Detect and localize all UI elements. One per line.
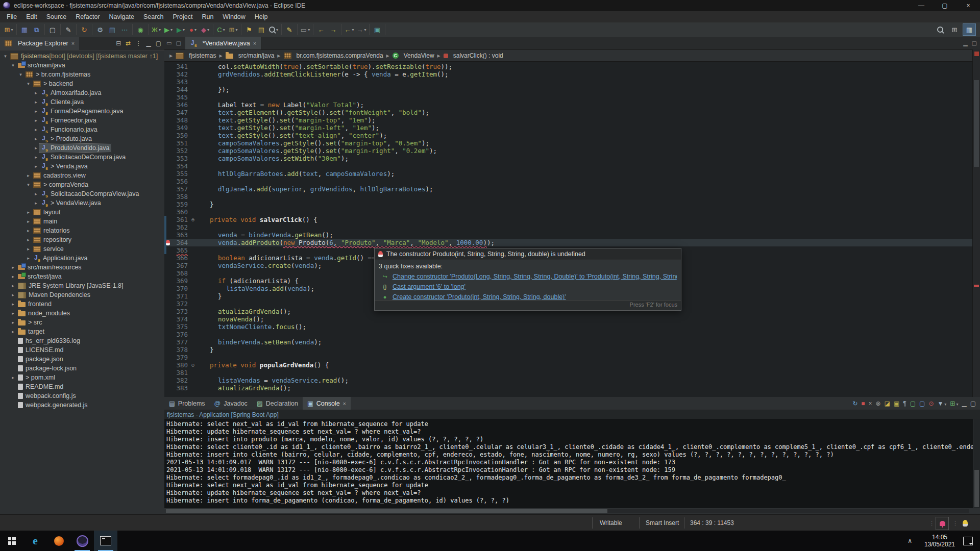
tree-item[interactable]: ▸> pom.xml [0, 373, 164, 382]
gutter-line-number[interactable]: 347 [164, 109, 189, 116]
gutter-line-number[interactable]: 382 [164, 377, 189, 384]
tree-item[interactable]: ▸Cliente.java [0, 97, 164, 107]
close-button[interactable]: × [957, 0, 980, 11]
clear-console-button[interactable]: ◪ [885, 400, 890, 407]
gutter-line-number[interactable]: 366 [164, 254, 189, 262]
scroll-lock-button[interactable]: ▣ [894, 400, 899, 407]
minimize-button[interactable]: — [910, 0, 933, 11]
gutter-line-number[interactable]: 353 [164, 155, 189, 162]
tree-item[interactable]: ▸SolicitacaoDeCompra.java [0, 153, 164, 162]
tree-item[interactable]: ▸src/test/java [0, 272, 164, 281]
breadcrumb-item[interactable]: src/main/java [225, 52, 276, 59]
tab-javadoc[interactable]: @Javadoc [210, 397, 252, 410]
remove-all-launches-button[interactable]: ⊗ [875, 400, 880, 407]
fold-column[interactable] [189, 231, 197, 239]
code-line[interactable]: 352campoSomaValores.getStyle().set("marg… [164, 147, 973, 155]
project-tree[interactable]: ▾fjsistemas [boot] [devtools] [fjsistema… [0, 51, 164, 514]
fold-column[interactable] [189, 101, 197, 109]
fold-column[interactable] [189, 308, 197, 315]
expand-arrow-icon[interactable]: ▸ [33, 136, 39, 141]
gutter-line-number[interactable]: 372 [164, 300, 189, 308]
eclipse-app-icon[interactable] [70, 531, 94, 551]
java-ee-perspective-button[interactable]: ▦ [963, 23, 976, 36]
code-line[interactable]: 348text.getStyle().set("margin-top", "1e… [164, 116, 973, 124]
menu-help[interactable]: Help [250, 12, 273, 21]
fix-change-constructor-link[interactable]: Change constructor 'Produto(Long, String… [393, 273, 677, 280]
tree-item[interactable]: ▸src/main/resources [0, 263, 164, 272]
code-line[interactable]: 363venda = binderVenda.getBean(); [164, 231, 973, 239]
action-center-icon[interactable] [963, 537, 973, 545]
gutter-line-number[interactable]: 378 [164, 346, 189, 354]
expand-arrow-icon[interactable]: ▸ [33, 109, 39, 114]
collapse-all-button[interactable]: ⊟ [116, 40, 121, 46]
gutter-line-number[interactable]: 356 [164, 178, 189, 185]
new-wizard-button[interactable]: ⊞ [3, 24, 15, 35]
clipboard-button[interactable]: ▤ [255, 24, 267, 35]
show-stderr-button[interactable]: ▢ [919, 400, 925, 407]
fold-column[interactable] [189, 208, 197, 216]
code-line[interactable]: 380⊖private void populaGrdVenda() { [164, 361, 973, 369]
fix-create-constructor-link[interactable]: Create constructor 'Produto(int, String,… [393, 293, 566, 300]
fold-column[interactable] [189, 147, 197, 155]
minimize-editor-icon[interactable]: ▁ [963, 40, 967, 46]
build-button[interactable]: ⚙ [94, 24, 106, 35]
fold-column[interactable] [189, 78, 197, 86]
tree-item[interactable]: ▸ProdutoVendido.java [0, 143, 164, 153]
code-line[interactable]: 354 [164, 162, 973, 170]
restore-view-icon[interactable]: ▭ [164, 40, 174, 46]
display-selected-console-button[interactable]: ▼ [937, 400, 946, 407]
console-hscrollbar-thumb[interactable] [166, 509, 607, 513]
fold-column[interactable] [189, 223, 197, 231]
code-line[interactable]: 362 [164, 223, 973, 231]
code-line[interactable]: 342grdVendidos.addItemClickListener(e ->… [164, 70, 973, 78]
open-perspective-button[interactable]: ⊞ [948, 24, 961, 35]
code-line[interactable]: 343 [164, 78, 973, 86]
fold-column[interactable] [189, 338, 197, 346]
console-hscrollbar[interactable] [166, 509, 969, 513]
expand-arrow-icon[interactable]: ▸ [33, 201, 39, 206]
maximize-editor-icon[interactable]: ▢ [972, 40, 977, 46]
overview-ruler[interactable] [972, 49, 980, 397]
gutter-line-number[interactable]: 350 [164, 132, 189, 139]
tree-item[interactable]: ▾> br.com.fjsistemas [0, 70, 164, 79]
gutter-line-number[interactable]: 375 [164, 323, 189, 331]
tree-item[interactable]: LICENSE.md [0, 345, 164, 355]
cursor-position-status[interactable]: 364 : 39 : 11453 [690, 515, 734, 531]
gutter-line-number[interactable]: 371 [164, 292, 189, 300]
tab-declaration[interactable]: ▨Declaration [252, 397, 303, 410]
collapse-arrow-icon[interactable]: ▾ [10, 63, 16, 68]
tree-item[interactable]: ▸JRE System Library [JavaSE-1.8] [0, 281, 164, 290]
gutter-line-number[interactable]: 346 [164, 101, 189, 109]
menu-run[interactable]: Run [197, 12, 218, 21]
close-tab-icon[interactable]: × [253, 40, 256, 46]
profile-button[interactable]: ● [187, 24, 199, 35]
collapse-arrow-icon[interactable]: ▾ [25, 81, 32, 86]
gutter-line-number[interactable]: 349 [164, 124, 189, 132]
new-java-package-button[interactable]: ⊞ [227, 24, 239, 35]
remove-launch-button[interactable]: × [868, 400, 872, 407]
tree-item[interactable]: ▸> Produto.java [0, 134, 164, 143]
code-line[interactable]: 383atualizaGrdVenda(); [164, 384, 973, 392]
expand-arrow-icon[interactable]: ▸ [33, 99, 39, 105]
gutter-line-number[interactable]: 359 [164, 201, 189, 208]
expand-arrow-icon[interactable]: ▸ [25, 256, 32, 261]
gutter-line-number[interactable]: 341 [164, 63, 189, 70]
tree-item[interactable]: README.md [0, 382, 164, 391]
annotations-button[interactable]: ▭ [299, 24, 311, 35]
fold-column[interactable] [189, 300, 197, 308]
code-line[interactable]: 356 [164, 178, 973, 185]
collapse-arrow-icon[interactable]: ▾ [2, 54, 9, 59]
expand-arrow-icon[interactable]: ▸ [10, 283, 16, 288]
terminal-app-icon[interactable] [94, 531, 117, 551]
code-line[interactable]: 376 [164, 331, 973, 338]
tab-problems[interactable]: ▤Problems [164, 397, 210, 410]
back-history-button[interactable]: ← [343, 24, 355, 35]
fold-column[interactable] [189, 285, 197, 292]
menu-edit[interactable]: Edit [21, 12, 42, 21]
code-line[interactable]: 346Label text = new Label("Valor Total")… [164, 101, 973, 109]
tree-item[interactable]: ▸Fornecedor.java [0, 116, 164, 125]
tree-item[interactable]: ▸> VendaView.java [0, 198, 164, 208]
close-view-icon[interactable]: × [71, 40, 75, 46]
gutter-line-number[interactable]: 351 [164, 139, 189, 147]
relaunch-button[interactable]: ↻ [852, 400, 857, 407]
